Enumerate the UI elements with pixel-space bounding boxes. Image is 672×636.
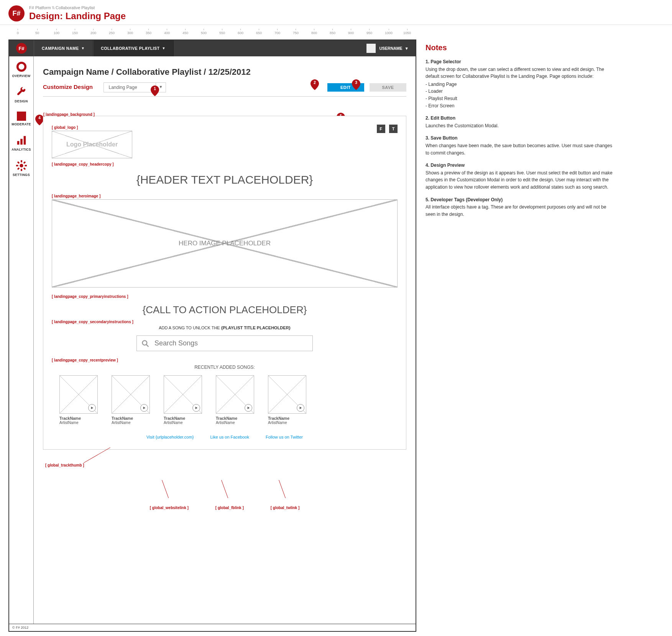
annotation-pin-4: 4: [35, 115, 44, 125]
doc-header: F# F# Platform \\ Collaborative Playlist…: [0, 0, 672, 25]
dev-tag-bg: [ landingpage_background ]: [43, 112, 95, 117]
svg-rect-11: [17, 161, 20, 164]
circle-icon: [16, 61, 27, 72]
track-name: TrackName: [112, 416, 154, 421]
sidebar-item-overview[interactable]: OVERVIEW: [9, 56, 33, 82]
note-body: Using the drop down, the user can select…: [426, 67, 604, 79]
ruler-tick: 200: [90, 29, 96, 35]
dev-tag-header: [ landingpage_copy_headercopy ]: [52, 162, 398, 166]
list-item: Playlist Result: [426, 95, 617, 102]
notes-heading: Notes: [426, 42, 664, 54]
annotation-pin-3: 3: [352, 79, 360, 90]
ruler-tick: 350: [146, 29, 151, 35]
twitter-share-button[interactable]: T: [389, 125, 398, 133]
avatar: [366, 44, 376, 53]
header-placeholder: {HEADER TEXT PLACEHOLDER}: [52, 173, 398, 186]
track-item[interactable]: TrackNameArtistName: [268, 375, 310, 425]
sidebar-item-settings[interactable]: SETTINGS: [9, 155, 33, 181]
dev-tag-trackthumb: [ global_trackthumb ]: [45, 463, 84, 467]
artist-name: ArtistName: [59, 421, 102, 425]
note-body: Launches the Customization Modal.: [426, 123, 499, 128]
dev-tag-recent: [ landingpage_copy_recentpreview ]: [52, 358, 398, 362]
user-menu[interactable]: USERNAME ▼: [360, 40, 416, 56]
note-item: 3. Save ButtonWhen changes have been mad…: [426, 135, 617, 156]
dev-tag-twlink: [ global_twlink ]: [271, 506, 300, 510]
leader-line: [279, 480, 286, 498]
design-preview: [ landingpage_background ] [ global_logo…: [43, 116, 406, 450]
user-label: USERNAME: [380, 46, 403, 51]
ruler-tick: 850: [330, 29, 335, 35]
sidebar-item-moderate[interactable]: MODERATE: [9, 107, 33, 130]
note-list: Landing PageLoaderPlaylist ResultError S…: [426, 81, 617, 109]
note-item: 5. Developer Tags (Developer Only)All in…: [426, 196, 617, 218]
ruler-tick: 1000: [385, 29, 393, 35]
share-icons: F T: [375, 125, 398, 133]
square-icon: [17, 112, 26, 121]
collab-dropdown[interactable]: COLLABORATIVE PLAYLIST ▼: [93, 40, 174, 56]
twitter-link[interactable]: Follow us on Twitter: [266, 435, 303, 439]
svg-line-14: [146, 344, 149, 347]
artist-name: ArtistName: [268, 421, 310, 425]
svg-rect-8: [25, 165, 27, 166]
play-button[interactable]: [192, 404, 200, 412]
bars-icon: [16, 135, 27, 146]
visit-link[interactable]: Visit {urlplaceholder.com}: [146, 435, 194, 439]
recent-label: RECENTLY ADDED SONGS:: [52, 365, 398, 370]
logo-placeholder: Logo Placeholder: [52, 131, 132, 158]
chevron-down-icon: ▼: [81, 46, 85, 50]
track-name: TrackName: [164, 416, 206, 421]
track-item[interactable]: TrackNameArtistName: [59, 375, 102, 425]
ruler-tick: 950: [366, 29, 372, 35]
collab-label: COLLABORATIVE PLAYLIST: [101, 46, 159, 51]
save-button[interactable]: SAVE: [370, 83, 406, 92]
notes-column: Notes 1. Page SelectorUsing the drop dow…: [426, 39, 664, 223]
svg-rect-2: [20, 139, 23, 145]
track-item[interactable]: TrackNameArtistName: [216, 375, 258, 425]
sidebar-item-design[interactable]: DESIGN: [9, 82, 33, 107]
cta-placeholder: {CALL TO ACTION PLACEHOLDER}: [52, 304, 398, 316]
svg-point-0: [17, 63, 25, 71]
search-songs-input[interactable]: [136, 335, 313, 351]
ruler-tick: 0: [17, 29, 19, 35]
play-button[interactable]: [88, 404, 96, 412]
sidebar-item-analytics[interactable]: ANALYTICS: [9, 130, 33, 155]
play-button[interactable]: [140, 404, 148, 412]
ruler-tick: 750: [293, 29, 299, 35]
ruler-tick: 400: [164, 29, 170, 35]
note-body: When changes have been made, the save bu…: [426, 143, 612, 156]
footer-links: Visit {urlplaceholder.com} Like us on Fa…: [52, 435, 398, 439]
ruler-tick: 900: [348, 29, 354, 35]
ruler-tick: 150: [72, 29, 78, 35]
facebook-link[interactable]: Like us on Facebook: [210, 435, 249, 439]
note-title: 1. Page Selector: [426, 58, 617, 66]
chevron-down-icon: ▼: [162, 46, 166, 50]
secondary-instructions: ADD A SONG TO UNLOCK THE {PLAYLIST TITLE…: [52, 325, 398, 330]
ruler-tick: 450: [182, 29, 188, 35]
list-item: Error Screen: [426, 102, 617, 110]
note-title: 2. Edit Button: [426, 115, 617, 122]
ruler-tick: 650: [256, 29, 262, 35]
campaign-label: CAMPAIGN NAME: [42, 46, 79, 51]
svg-rect-9: [23, 161, 26, 164]
play-button[interactable]: [297, 404, 304, 412]
search-field[interactable]: [154, 339, 308, 348]
play-button[interactable]: [245, 404, 252, 412]
app-logo[interactable]: F#: [9, 40, 34, 56]
dev-tag-logo: [ global_logo ]: [52, 125, 398, 130]
page-title: Design: Landing Page: [29, 11, 126, 21]
annotation-pin-1: 1: [151, 85, 159, 96]
facebook-share-button[interactable]: F: [377, 125, 385, 133]
track-name: TrackName: [216, 416, 258, 421]
track-item[interactable]: TrackNameArtistName: [164, 375, 206, 425]
svg-rect-10: [17, 168, 20, 170]
canvas-title: Campaign Name / Collaborative Playlist /…: [43, 67, 406, 77]
track-item[interactable]: TrackNameArtistName: [112, 375, 154, 425]
note-title: 5. Developer Tags (Developer Only): [426, 196, 617, 204]
leader-line: [84, 447, 110, 463]
campaign-dropdown[interactable]: CAMPAIGN NAME ▼: [34, 40, 93, 56]
leader-line: [221, 480, 228, 498]
dev-tag-fblink: [ global_fblink ]: [215, 506, 244, 510]
customize-label: Customize Design: [43, 84, 93, 90]
track-art: [216, 375, 254, 414]
note-body: All interface objects have a tag. These …: [426, 204, 606, 217]
